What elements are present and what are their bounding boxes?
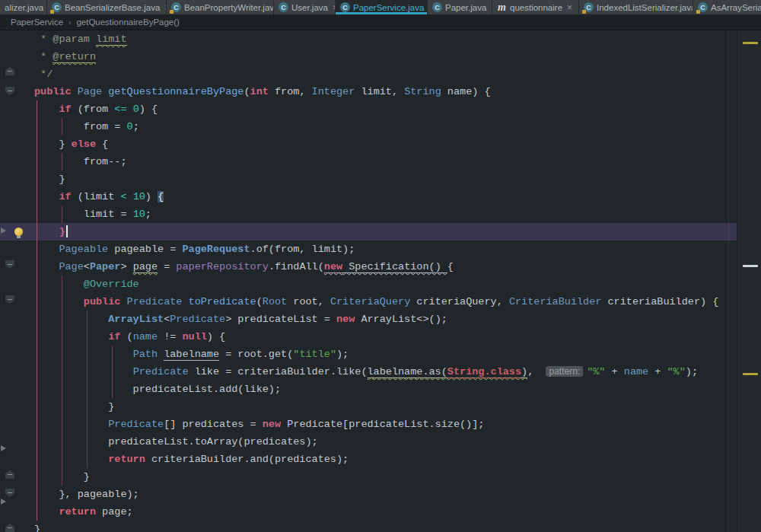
code-line[interactable]: Pageable pageable = PageRequest.of(from,… <box>0 241 737 258</box>
code-token: @Override <box>84 279 139 290</box>
method-file-icon: m <box>497 2 507 12</box>
code-token: from = <box>34 121 127 132</box>
code-token: Predicate <box>133 366 189 377</box>
editor-tab[interactable]: CUser.java× <box>274 0 336 14</box>
code-line[interactable]: }, pageable); <box>0 486 737 503</box>
code-line[interactable]: */ <box>0 65 737 83</box>
code-line[interactable]: * @return <box>0 48 737 65</box>
code-line[interactable]: @Override <box>0 276 737 293</box>
code-line[interactable]: Page<Paper> page = paperRepository.findA… <box>0 258 737 276</box>
editor-tab[interactable]: alizer.java× <box>0 0 47 14</box>
code-token <box>34 261 59 272</box>
code-line[interactable]: Predicate[] predicates = new Predicate[p… <box>0 416 737 433</box>
code-line[interactable]: Path labelname = root.get("title"); <box>0 346 737 363</box>
code-line[interactable]: return page; <box>0 503 737 521</box>
code-token <box>34 454 108 465</box>
code-token: * <box>34 51 53 62</box>
tab-label: Paper.java <box>445 3 486 12</box>
code-line[interactable]: predicateList.add(like); <box>0 381 737 398</box>
editor-tab[interactable]: CPaperService.java× <box>336 0 428 14</box>
breadcrumb-item-class[interactable]: PaperService <box>11 18 63 27</box>
code-line[interactable]: ArrayList<Predicate> predicateList = new… <box>0 311 737 328</box>
editor-tab[interactable]: CBeanSerializerBase.java× <box>47 0 167 14</box>
chevron-right-icon: › <box>68 18 71 27</box>
code-token: ArrayList <box>108 314 164 325</box>
code-line[interactable]: } <box>0 170 737 188</box>
code-line[interactable]: if (limit < 10) { <box>0 188 737 205</box>
code-token: (limit <box>72 191 121 202</box>
code-token: Predicate <box>127 296 183 307</box>
code-token: [] predicates = <box>164 419 263 430</box>
editor-tab[interactable]: CAsArraySerializer.java× <box>693 0 761 14</box>
code-token <box>34 419 108 430</box>
lock-icon <box>170 10 174 14</box>
code-token: != <box>158 331 182 342</box>
class-file-icon: C <box>52 2 62 12</box>
code-token: = root.get( <box>219 349 293 360</box>
code-line[interactable]: * @param limit <box>0 30 737 48</box>
code-line[interactable]: } <box>0 223 737 241</box>
code-token <box>72 86 78 97</box>
code-line[interactable]: limit = 10; <box>0 205 737 223</box>
code-token: "%" <box>587 366 605 377</box>
code-token: return <box>59 506 96 518</box>
code-token: { <box>158 191 164 202</box>
code-area[interactable]: * @param limit * @return */public Page g… <box>0 30 737 532</box>
code-line[interactable]: from = 0; <box>0 118 737 135</box>
editor-tab[interactable]: CBeanPropertyWriter.java× <box>167 0 274 14</box>
code-token: paperRepository <box>176 261 269 272</box>
tab-label: BeanSerializerBase.java <box>65 3 160 12</box>
tab-label: IndexedListSerializer.java <box>597 3 693 12</box>
class-file-icon: C <box>171 2 181 12</box>
code-token: else <box>72 139 96 150</box>
code-token: new <box>336 314 355 325</box>
code-token: CriteriaBuilder <box>509 296 602 307</box>
code-line[interactable]: } <box>0 468 737 486</box>
code-token <box>127 191 133 202</box>
code-token <box>34 279 84 290</box>
error-stripe-mark[interactable] <box>743 42 758 44</box>
code-line[interactable]: if (name != null) { <box>0 328 737 346</box>
code-line[interactable]: return criteriaBuilder.and(predicates); <box>0 451 737 468</box>
code-token <box>34 349 133 360</box>
code-token <box>34 191 59 202</box>
code-token: 0 <box>127 121 133 132</box>
code-token: @param <box>53 33 90 45</box>
code-token: PageRequest <box>182 244 250 255</box>
code-line[interactable]: } <box>0 521 737 532</box>
code-token: criteriaQuery, <box>410 296 509 307</box>
class-file-icon: C <box>279 2 288 12</box>
code-line[interactable]: predicateList.toArray(predicates); <box>0 433 737 451</box>
code-token: Root <box>263 296 287 307</box>
error-stripe[interactable] <box>737 30 761 532</box>
code-token: (from <box>72 104 115 115</box>
code-line[interactable]: public Predicate toPredicate(Root root, … <box>0 293 737 311</box>
code-token: new <box>263 419 281 430</box>
code-token: if <box>59 191 71 202</box>
editor-tab[interactable]: mquestionnaire× <box>492 0 579 14</box>
code-token <box>127 104 133 115</box>
code-token: Page <box>59 261 83 272</box>
code-token: = <box>158 261 176 272</box>
code-line[interactable]: } else { <box>0 135 737 153</box>
editor[interactable]: * @param limit * @return */public Page g… <box>0 30 761 532</box>
code-token: return <box>108 454 145 465</box>
editor-tab[interactable]: CPaper.java× <box>428 0 492 14</box>
tab-label: User.java <box>291 3 328 12</box>
breadcrumb-item-method[interactable]: getQuestionnaireByPage() <box>76 18 180 27</box>
code-token: 10 <box>133 209 145 220</box>
code-token: if <box>108 331 120 342</box>
code-token <box>34 226 59 237</box>
code-token: ); <box>686 366 698 377</box>
code-line[interactable]: if (from <= 0) { <box>0 100 737 118</box>
code-line[interactable]: from--; <box>0 153 737 170</box>
error-stripe-mark[interactable] <box>743 373 758 375</box>
code-line[interactable]: } <box>0 398 737 416</box>
error-stripe-mark[interactable] <box>743 265 758 267</box>
editor-tab[interactable]: CIndexedListSerializer.java× <box>579 0 693 14</box>
code-line[interactable]: Predicate like = criteriaBuilder.like(la… <box>0 363 737 381</box>
tab-label: alizer.java <box>5 3 43 12</box>
code-token: Paper <box>90 261 121 272</box>
close-icon[interactable]: × <box>567 3 572 12</box>
code-line[interactable]: public Page getQuestionnaireByPage(int f… <box>0 83 737 100</box>
